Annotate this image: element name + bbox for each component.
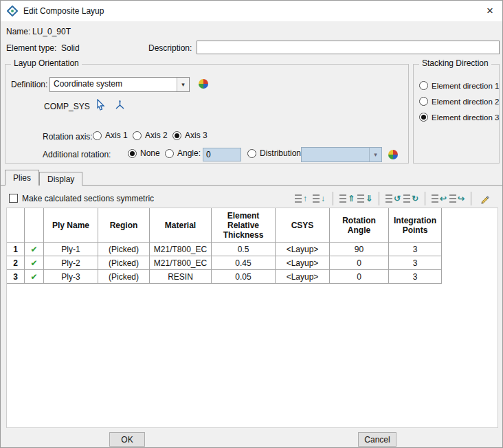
plies-stack-icon [357, 194, 364, 203]
insert-ply-above-button[interactable]: ⇑ [338, 191, 356, 206]
ok-button-label: OK [121, 435, 133, 445]
cycle-plies-down-button[interactable]: ↻ [402, 191, 420, 206]
radio-distribution[interactable]: Distribution: [247, 148, 303, 158]
insert-ply-below-icon: ⇓ [366, 194, 372, 203]
cell-rotation-angle[interactable]: 90 [330, 243, 389, 256]
tab-label: Plies [13, 173, 31, 183]
cell-integration-points[interactable]: 3 [389, 243, 442, 256]
row-number[interactable]: 1 [7, 243, 25, 256]
header-csys: CSYS [276, 208, 330, 243]
app-icon [7, 5, 18, 16]
radio-element-direction-2[interactable]: Element direction 2 [419, 97, 499, 106]
symmetric-checkbox[interactable] [9, 194, 18, 203]
cell-thickness[interactable]: 0.5 [212, 243, 276, 256]
cell-ply-name[interactable]: Ply-2 [44, 256, 98, 270]
axes-triad-icon[interactable] [114, 99, 126, 111]
radio-circle [247, 149, 256, 158]
plies-table: Ply Name Region Material Element Relativ… [6, 208, 442, 284]
pick-csys-icon[interactable] [95, 99, 107, 111]
csys-name: COMP_SYS [44, 102, 90, 111]
row-number[interactable]: 2 [7, 256, 25, 270]
header-row-number [7, 208, 25, 243]
radio-label: Angle: [177, 148, 201, 158]
cell-material[interactable]: M21/T800_EC [150, 243, 212, 256]
tab-display[interactable]: Display [39, 172, 82, 186]
header-thickness: Element Relative Thickness [212, 208, 276, 243]
cell-csys[interactable]: <Layup> [276, 243, 330, 256]
cell-rotation-angle[interactable]: 0 [330, 270, 389, 284]
cell-region[interactable]: (Picked) [98, 256, 150, 270]
radio-none[interactable]: None [128, 148, 160, 158]
angle-input[interactable] [203, 148, 241, 161]
radio-element-direction-1[interactable]: Element direction 1 [419, 81, 499, 90]
plies-stack-icon [449, 194, 456, 203]
radio-circle [172, 131, 181, 140]
cell-csys[interactable]: <Layup> [276, 256, 330, 270]
check-icon[interactable]: ✔ [25, 243, 44, 256]
table-row: 2 ✔ Ply-2 (Picked) M21/T800_EC 0.45 <Lay… [7, 256, 442, 270]
cell-ply-name[interactable]: Ply-1 [44, 243, 98, 256]
ok-button[interactable]: OK [109, 432, 145, 447]
send-plies-back-button[interactable]: ↩ [430, 191, 448, 206]
header-ply-name: Ply Name [44, 208, 98, 243]
radio-axis-2[interactable]: Axis 2 [133, 131, 168, 140]
element-type-value: Solid [61, 43, 80, 53]
header-region: Region [98, 208, 150, 243]
symmetric-checkbox-label: Make calculated sections symmetric [22, 194, 154, 203]
cell-material[interactable]: M21/T800_EC [150, 256, 212, 270]
header-integration-points: Integration Points [389, 208, 442, 243]
toolbar-separator [379, 192, 379, 205]
definition-combo[interactable]: Coordinate system ▾ [49, 77, 190, 92]
chevron-down-icon: ▾ [369, 148, 381, 161]
table-row: 1 ✔ Ply-1 (Picked) M21/T800_EC 0.5 <Layu… [7, 243, 442, 256]
cell-csys[interactable]: <Layup> [276, 270, 330, 284]
radio-circle [419, 81, 428, 90]
description-input[interactable] [197, 41, 500, 54]
row-number[interactable]: 3 [7, 270, 25, 284]
ply-toolbar: ↑ ↓ ⇑ ⇓ ↺ ↻ ↩ ↪ [292, 191, 494, 206]
move-ply-down-button[interactable]: ↓ [310, 191, 328, 206]
check-icon[interactable]: ✔ [25, 256, 44, 270]
toolbar-separator [425, 192, 425, 205]
stacking-direction-title: Stacking Direction [419, 58, 491, 68]
plies-stack-icon [403, 194, 410, 203]
definition-label: Definition: [11, 80, 47, 89]
move-ply-up-button[interactable]: ↑ [292, 191, 310, 206]
cell-region[interactable]: (Picked) [98, 270, 150, 284]
datum-csys-list-icon[interactable] [198, 78, 209, 89]
radio-circle [165, 149, 174, 158]
insert-ply-below-button[interactable]: ⇓ [356, 191, 374, 206]
bring-plies-front-button[interactable]: ↪ [448, 191, 466, 206]
cell-thickness[interactable]: 0.45 [212, 256, 276, 270]
check-icon[interactable]: ✔ [25, 270, 44, 284]
cell-thickness[interactable]: 0.05 [212, 270, 276, 284]
cell-region[interactable]: (Picked) [98, 243, 150, 256]
cycle-plies-up-icon: ↺ [394, 194, 401, 203]
cancel-button[interactable]: Cancel [358, 432, 396, 447]
plies-stack-icon [385, 194, 392, 203]
close-icon[interactable]: × [478, 1, 502, 21]
distribution-combo[interactable]: ▾ [301, 147, 382, 162]
cell-rotation-angle[interactable]: 0 [330, 256, 389, 270]
radio-label: Element direction 3 [432, 113, 499, 122]
cell-ply-name[interactable]: Ply-3 [44, 270, 98, 284]
radio-axis-3[interactable]: Axis 3 [172, 131, 208, 140]
edit-composite-layup-dialog: Edit Composite Layup × Name: LU_0_90T El… [0, 0, 503, 448]
cell-material[interactable]: RESIN [150, 270, 212, 284]
radio-element-direction-3[interactable]: Element direction 3 [419, 113, 499, 122]
cell-integration-points[interactable]: 3 [389, 256, 442, 270]
cycle-plies-up-button[interactable]: ↺ [384, 191, 402, 206]
radio-angle[interactable]: Angle: [165, 148, 201, 158]
radio-label: Distribution: [260, 148, 303, 158]
radio-label: Element direction 2 [432, 98, 499, 106]
radio-circle [93, 131, 102, 140]
cell-integration-points[interactable]: 3 [389, 270, 442, 284]
tab-plies[interactable]: Plies [5, 170, 39, 186]
distribution-list-icon[interactable] [388, 149, 399, 160]
plies-stack-icon [313, 194, 320, 203]
cancel-button-label: Cancel [364, 435, 390, 445]
edit-ply-button[interactable] [476, 191, 494, 206]
description-label: Description: [148, 43, 192, 53]
radio-axis-1[interactable]: Axis 1 [93, 131, 128, 140]
radio-label: Axis 2 [145, 131, 168, 140]
